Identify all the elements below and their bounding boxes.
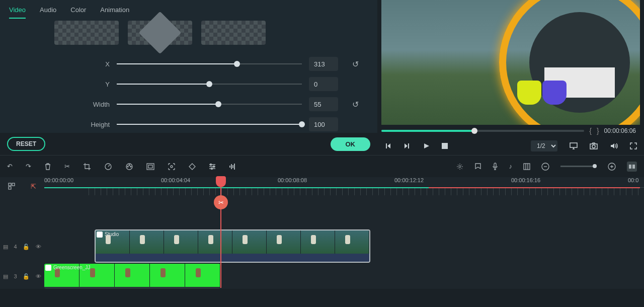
timeline-ruler[interactable]: 00:00:00:00 00:00:04:04 00:00:08:08 00:0… bbox=[44, 177, 644, 195]
audio-adjust-icon[interactable] bbox=[229, 163, 236, 170]
slider-value-width[interactable] bbox=[309, 97, 338, 111]
slider-value-height[interactable] bbox=[309, 117, 338, 131]
adjust-icon[interactable] bbox=[209, 163, 216, 170]
lock-icon[interactable]: 🔓 bbox=[23, 244, 30, 250]
preview-scrubber: { } 00:00:06:06 bbox=[377, 125, 644, 137]
slider-label-y: Y bbox=[0, 81, 110, 88]
zoom-in-icon[interactable] bbox=[608, 163, 616, 171]
next-frame-button[interactable] bbox=[404, 142, 411, 149]
ruler-tick: 00:00:04:04 bbox=[161, 177, 190, 183]
svg-rect-16 bbox=[231, 164, 232, 169]
fit-timeline-icon[interactable] bbox=[627, 162, 637, 172]
reset-button[interactable]: RESET bbox=[7, 137, 45, 151]
slider-value-x[interactable] bbox=[309, 57, 338, 71]
audio-mixer-icon[interactable]: ♪ bbox=[509, 163, 513, 170]
reset-x-icon[interactable]: ↺ bbox=[345, 59, 365, 69]
clip-audio-waveform bbox=[96, 254, 369, 263]
slider-row-x: X ↺ bbox=[0, 54, 365, 74]
ruler-tick: 00:00:00:00 bbox=[44, 177, 73, 183]
track-number: 3 bbox=[14, 273, 17, 279]
clip-studio[interactable]: Studio bbox=[95, 229, 370, 263]
tab-video[interactable]: Video bbox=[9, 4, 26, 19]
clip-thumb-icon bbox=[97, 232, 103, 238]
color-icon[interactable] bbox=[125, 163, 133, 171]
tab-color[interactable]: Color bbox=[70, 4, 86, 19]
svg-point-8 bbox=[127, 166, 128, 167]
mask-thumb-1[interactable] bbox=[54, 21, 119, 45]
svg-rect-27 bbox=[12, 183, 15, 186]
svg-point-14 bbox=[211, 168, 213, 169]
tab-animation[interactable]: Animation bbox=[100, 4, 129, 19]
visibility-icon[interactable]: 👁 bbox=[36, 244, 41, 250]
slider-row-width: Width ↺ bbox=[0, 94, 365, 114]
scrub-track[interactable] bbox=[381, 130, 584, 132]
ruler-tick: 00:00:08:08 bbox=[278, 177, 307, 183]
svg-rect-24 bbox=[629, 165, 631, 169]
play-button[interactable] bbox=[423, 142, 430, 149]
preview-zoom-select[interactable]: 1/2 bbox=[531, 140, 557, 151]
track-manager-icon[interactable] bbox=[8, 183, 15, 190]
preview-panel: { } 00:00:06:06 1/2 bbox=[377, 0, 644, 155]
clip-thumb-icon bbox=[45, 265, 51, 271]
visibility-icon[interactable]: 👁 bbox=[36, 273, 41, 279]
svg-rect-1 bbox=[570, 143, 577, 147]
playhead-handle[interactable] bbox=[216, 176, 226, 187]
reset-width-icon[interactable]: ↺ bbox=[345, 100, 365, 109]
playhead-split-icon[interactable]: ✂ bbox=[214, 195, 228, 209]
track-head-2: ▤ 3 🔓 👁 bbox=[0, 273, 44, 280]
playhead[interactable]: ✂ bbox=[220, 177, 221, 288]
prev-frame-button[interactable] bbox=[384, 142, 391, 149]
motion-track-icon[interactable] bbox=[168, 163, 176, 171]
snapshot-icon[interactable] bbox=[590, 142, 598, 149]
cut-icon[interactable]: ✂ bbox=[64, 163, 70, 170]
slider-y[interactable] bbox=[117, 84, 302, 85]
preview-canvas[interactable] bbox=[381, 0, 640, 125]
lock-icon[interactable]: 🔓 bbox=[23, 273, 30, 280]
volume-icon[interactable] bbox=[610, 142, 618, 149]
svg-rect-15 bbox=[229, 166, 230, 168]
fullscreen-icon[interactable] bbox=[630, 142, 637, 149]
mask-thumb-3[interactable] bbox=[201, 21, 266, 45]
slider-label-x: X bbox=[0, 60, 110, 68]
mark-out-icon[interactable]: } bbox=[597, 127, 599, 135]
video-track-2: ▤ 3 🔓 👁 Greenscreen_JJ bbox=[0, 264, 644, 289]
slider-height[interactable] bbox=[117, 124, 302, 125]
slider-width[interactable] bbox=[117, 104, 302, 105]
properties-footer: RESET OK bbox=[0, 133, 377, 155]
speed-icon[interactable] bbox=[104, 163, 112, 171]
zoom-out-icon[interactable] bbox=[541, 163, 549, 171]
greenscreen-icon[interactable] bbox=[146, 163, 154, 170]
keyframe-icon[interactable] bbox=[189, 163, 196, 170]
slider-value-y[interactable] bbox=[309, 77, 338, 91]
timeline-zoom-slider[interactable] bbox=[560, 166, 597, 167]
ruler-tick: 00:00:16:16 bbox=[511, 177, 540, 183]
slider-label-height: Height bbox=[0, 121, 110, 128]
svg-point-6 bbox=[129, 165, 130, 166]
redo-icon[interactable]: ↷ bbox=[26, 163, 31, 170]
voiceover-icon[interactable] bbox=[492, 163, 498, 171]
mask-thumb-2[interactable] bbox=[128, 21, 192, 45]
undo-icon[interactable]: ↶ bbox=[7, 163, 13, 170]
ok-button[interactable]: OK bbox=[331, 137, 371, 151]
svg-point-13 bbox=[213, 166, 215, 167]
mixer-icon[interactable] bbox=[523, 163, 530, 170]
slider-x[interactable] bbox=[117, 63, 302, 64]
svg-rect-25 bbox=[632, 165, 635, 169]
svg-rect-28 bbox=[9, 187, 11, 189]
render-icon[interactable] bbox=[456, 163, 464, 171]
stop-button[interactable] bbox=[442, 143, 448, 149]
tab-audio[interactable]: Audio bbox=[40, 4, 56, 19]
clip-greenscreen[interactable]: Greenscreen_JJ bbox=[44, 264, 220, 289]
svg-rect-17 bbox=[232, 165, 233, 168]
marker-icon[interactable] bbox=[475, 163, 481, 170]
track-head-1: ▤ 4 🔓 👁 bbox=[0, 244, 44, 250]
svg-point-3 bbox=[592, 145, 595, 148]
mark-in-icon[interactable]: { bbox=[589, 127, 592, 135]
svg-rect-9 bbox=[147, 164, 154, 170]
delete-icon[interactable] bbox=[44, 163, 51, 171]
display-icon[interactable] bbox=[570, 142, 578, 149]
link-icon[interactable]: ⇱ bbox=[31, 183, 36, 190]
slider-row-height: Height bbox=[0, 114, 365, 134]
svg-point-12 bbox=[210, 164, 212, 165]
crop-icon[interactable] bbox=[83, 163, 91, 171]
